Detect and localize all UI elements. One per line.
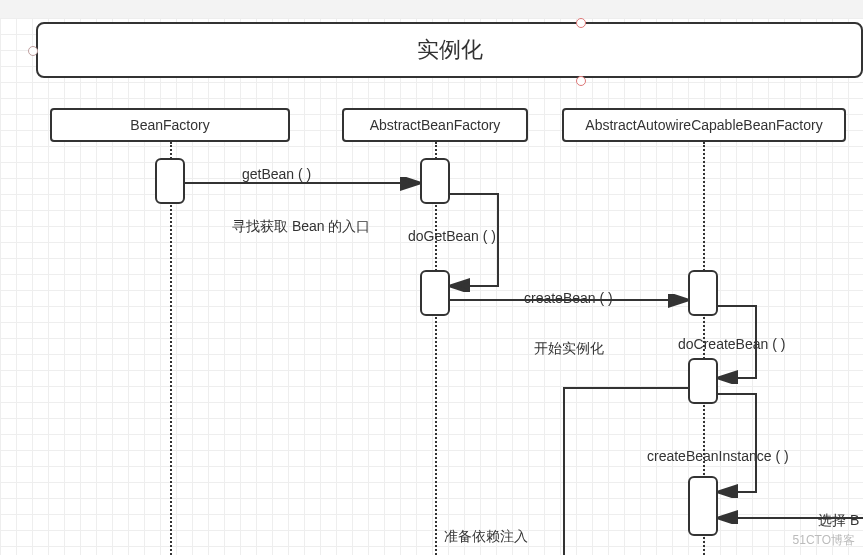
watermark: 51CTO博客 — [793, 532, 855, 549]
msg-docreatebean: doCreateBean ( ) — [678, 336, 785, 352]
note-instantiate: 开始实例化 — [534, 340, 604, 358]
ruler-bar — [0, 0, 863, 19]
diagram-canvas[interactable]: 实例化 BeanFactory AbstractBeanFactory Abst… — [0, 18, 863, 555]
msg-getbean: getBean ( ) — [242, 166, 311, 182]
participant-label: AbstractBeanFactory — [370, 117, 501, 133]
selection-handle-bottom[interactable] — [576, 76, 586, 86]
selection-handle-left[interactable] — [28, 46, 38, 56]
activation-p3-2[interactable] — [688, 358, 718, 404]
participant-abstractautowirecapablebeanfactory[interactable]: AbstractAutowireCapableBeanFactory — [562, 108, 846, 142]
participant-abstractbeanfactory[interactable]: AbstractBeanFactory — [342, 108, 528, 142]
note-select: 选择 B — [818, 512, 859, 530]
participant-label: BeanFactory — [130, 117, 209, 133]
selection-handle-top[interactable] — [576, 18, 586, 28]
activation-p1-1[interactable] — [155, 158, 185, 204]
activation-p3-1[interactable] — [688, 270, 718, 316]
participant-label: AbstractAutowireCapableBeanFactory — [585, 117, 822, 133]
participant-beanfactory[interactable]: BeanFactory — [50, 108, 290, 142]
msg-createbeaninstance: createBeanInstance ( ) — [647, 448, 789, 464]
msg-createbean: createBean ( ) — [524, 290, 613, 306]
activation-p2-2[interactable] — [420, 270, 450, 316]
note-entry: 寻找获取 Bean 的入口 — [232, 218, 370, 236]
msg-dogetbean: doGetBean ( ) — [408, 228, 496, 244]
activation-p3-3[interactable] — [688, 476, 718, 536]
title-box[interactable]: 实例化 — [36, 22, 863, 78]
activation-p2-1[interactable] — [420, 158, 450, 204]
title-text: 实例化 — [417, 35, 483, 65]
note-di: 准备依赖注入 — [444, 528, 528, 546]
